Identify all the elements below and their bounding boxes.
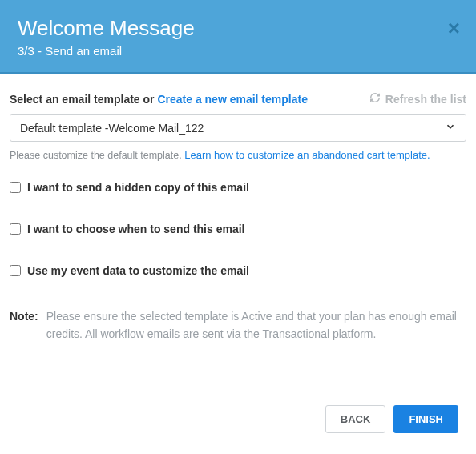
options-group: I want to send a hidden copy of this ema…	[10, 181, 466, 277]
refresh-label: Refresh the list	[385, 93, 466, 106]
template-row-top: Select an email template or Create a new…	[10, 92, 466, 106]
note-label: Note:	[10, 307, 38, 344]
template-dropdown[interactable]: Default template -Welcome Mail_122	[10, 114, 466, 142]
template-selected-value: Default template -Welcome Mail_122	[20, 122, 204, 135]
modal-header: Welcome Message 3/3 - Send an email ×	[0, 0, 476, 74]
choose-when-checkbox[interactable]	[10, 223, 21, 235]
back-button[interactable]: BACK	[325, 405, 386, 433]
template-select-label-text: Select an email template or	[10, 93, 157, 106]
create-template-link[interactable]: Create a new email template	[157, 93, 308, 106]
refresh-icon	[369, 92, 381, 106]
hidden-copy-checkbox[interactable]	[10, 182, 21, 193]
note-text: Please ensure the selected template is A…	[46, 307, 466, 344]
hidden-copy-option[interactable]: I want to send a hidden copy of this ema…	[10, 181, 466, 194]
page-title: Welcome Message	[18, 16, 458, 41]
modal-body: Select an email template or Create a new…	[0, 74, 476, 352]
hidden-copy-label: I want to send a hidden copy of this ema…	[27, 181, 249, 194]
event-data-option[interactable]: Use my event data to customize the email	[10, 264, 466, 277]
modal-footer: BACK FINISH	[308, 392, 476, 446]
customize-template-link[interactable]: Learn how to customize an abandoned cart…	[184, 149, 430, 161]
choose-when-option[interactable]: I want to choose when to send this email	[10, 223, 466, 235]
event-data-label: Use my event data to customize the email	[27, 264, 249, 277]
refresh-list-button[interactable]: Refresh the list	[369, 92, 466, 106]
chevron-down-icon	[445, 121, 456, 135]
note-block: Note: Please ensure the selected templat…	[10, 307, 466, 344]
step-subtitle: 3/3 - Send an email	[18, 44, 458, 58]
close-icon: ×	[448, 16, 460, 40]
template-hint: Please customize the default template. L…	[10, 148, 466, 163]
event-data-checkbox[interactable]	[10, 265, 21, 276]
finish-button[interactable]: FINISH	[393, 405, 458, 433]
template-select-label: Select an email template or Create a new…	[10, 93, 308, 106]
close-button[interactable]: ×	[448, 18, 460, 38]
choose-when-label: I want to choose when to send this email	[27, 223, 244, 235]
template-hint-text: Please customize the default template.	[10, 150, 184, 161]
